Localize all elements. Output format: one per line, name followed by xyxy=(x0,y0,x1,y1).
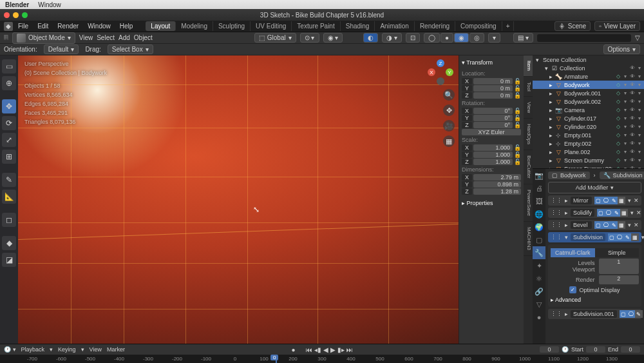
modifier-subdivision-001[interactable]: ⋮⋮▸ Subdivision.001 ▢🖵✎ ▾✕ xyxy=(548,309,641,319)
viewlayer-tab[interactable]: 🖼 xyxy=(533,195,545,208)
app-name[interactable]: Blender xyxy=(5,1,29,8)
modifier-subdivision[interactable]: ⋮⋮▾Subdivision▢🖵✎▦▾✕ xyxy=(548,232,641,242)
simple-button[interactable]: Simple xyxy=(595,248,639,257)
outliner-item[interactable]: ▸▽Plane.002◇▾👁▾ xyxy=(533,148,644,156)
marker-menu[interactable]: Marker xyxy=(107,346,125,353)
particles-tab[interactable]: ✦ xyxy=(533,259,545,272)
dim-y[interactable]: 0.898 m xyxy=(473,181,521,188)
keyframe-prev-icon[interactable]: ◂▮ xyxy=(314,346,321,353)
jump-end-icon[interactable]: ⏭ xyxy=(346,346,353,353)
add-cube-tool[interactable]: ◻ xyxy=(2,213,16,227)
render-levels[interactable]: 2 xyxy=(599,275,639,284)
npanel-tab-view[interactable]: View xyxy=(524,97,533,119)
rotate-tool[interactable]: ⟳ xyxy=(2,116,16,130)
object-menu[interactable]: Object xyxy=(134,34,153,41)
npanel-tab-hardops[interactable]: HardOps xyxy=(524,119,533,150)
outliner-item[interactable]: ▸⊹Empty.002◇▾👁▾ xyxy=(533,139,644,148)
loc-x[interactable]: 0 m xyxy=(473,78,513,84)
view-menu-tl[interactable]: View xyxy=(90,346,102,353)
file-menu[interactable]: File xyxy=(14,23,32,30)
viewlayer-selector[interactable]: ▫ View Layer xyxy=(594,21,640,31)
select-box-tool[interactable]: ▭ xyxy=(2,59,16,74)
outliner-item[interactable]: ▸▽Cylinder.020◇▾👁▾ xyxy=(533,123,644,131)
mac-window-menu[interactable]: Window xyxy=(38,1,61,8)
scale-y[interactable]: 1.000 xyxy=(473,152,513,158)
material-shading[interactable]: ◉ xyxy=(454,33,469,43)
outliner-item[interactable]: ▸▽Screen Dummy.001◇▾👁▾ xyxy=(533,164,644,169)
xray-toggle[interactable]: ⊡ xyxy=(406,33,420,43)
outliner-scene-collection[interactable]: ▾Scene Collection xyxy=(533,55,644,64)
rot-y[interactable]: 0° xyxy=(473,115,513,121)
window-menu[interactable]: Window xyxy=(84,23,115,30)
close-button[interactable] xyxy=(4,12,10,18)
timeline-ruler[interactable]: -700-600-500-400-300-200-100010020030040… xyxy=(0,355,644,363)
timeline-icon[interactable]: 🕐 ▾ xyxy=(4,346,16,353)
outliner-item[interactable]: ▸▽Cylinder.017◇▾👁▾ xyxy=(533,114,644,123)
rot-z[interactable]: 0° xyxy=(473,122,513,128)
outliner-item[interactable]: ▸▽Screen Dummy◇▾👁▾ xyxy=(533,156,644,164)
outliner-item[interactable]: ▸⊹Empty.001◇▾👁▾ xyxy=(533,131,644,139)
grip-icon[interactable]: ⋮⋮ xyxy=(551,222,562,228)
blender-logo-icon[interactable]: ◆ xyxy=(4,22,13,31)
dropdown-icon[interactable]: ▾ xyxy=(628,197,631,204)
scale-x[interactable]: 1.000 xyxy=(473,144,513,151)
crumb-object[interactable]: ▢ Bodywork xyxy=(548,172,590,179)
catmull-clark-button[interactable]: Catmull-Clark xyxy=(551,248,595,257)
gizmo-toggle[interactable]: ◐ xyxy=(363,33,378,43)
crumb-modifier[interactable]: 🔧 Subdivision xyxy=(600,172,644,179)
lock-icon[interactable]: 🔓 xyxy=(514,159,521,165)
modifier-mirror[interactable]: ⋮⋮▸Mirror▢🖵✎▦▾✕ xyxy=(548,195,641,206)
grip-icon[interactable]: ⋮⋮ xyxy=(551,210,562,216)
workspace-tab-shading[interactable]: Shading xyxy=(341,21,375,31)
overlays-toggle[interactable]: ◑ ▾ xyxy=(382,33,402,43)
mode-selector[interactable]: Object Mode ▾ xyxy=(12,32,75,44)
annotate-tool[interactable]: ✎ xyxy=(2,173,16,187)
cursor-tool[interactable]: ⊕ xyxy=(2,76,16,90)
optimal-display-check[interactable]: ✓Optimal Display xyxy=(551,286,639,293)
end-frame[interactable]: 0 xyxy=(621,346,640,353)
physics-tab[interactable]: ⚛ xyxy=(533,272,545,285)
add-modifier-button[interactable]: Add Modifier ▾ xyxy=(548,182,641,193)
material-tab[interactable]: ● xyxy=(533,311,545,324)
loc-z[interactable]: 0 m xyxy=(473,92,513,99)
pan-icon[interactable]: ✥ xyxy=(443,104,455,116)
advanced-header[interactable]: ▸ Advanced xyxy=(551,295,639,304)
dropdown-icon[interactable]: ▾ xyxy=(630,210,634,216)
dropdown-icon[interactable]: ▾ xyxy=(628,222,631,228)
lock-icon[interactable]: 🔓 xyxy=(514,78,521,84)
play-icon[interactable]: ▶ xyxy=(330,346,336,353)
add-workspace-button[interactable]: + xyxy=(502,21,515,31)
dim-x[interactable]: 2.79 m xyxy=(473,174,521,181)
options-dropdown[interactable]: Options ▾ xyxy=(603,44,640,54)
playhead[interactable] xyxy=(276,355,277,363)
gizmo-neg-z[interactable] xyxy=(437,77,444,85)
npanel-tab-item[interactable]: Item xyxy=(524,55,533,77)
outliner-search[interactable] xyxy=(537,34,631,42)
orientation-selector[interactable]: Default ▾ xyxy=(44,44,79,54)
npanel-tab-boxcutter[interactable]: BoxCutter xyxy=(524,150,533,184)
grip-icon[interactable]: ⋮⋮ xyxy=(551,311,562,317)
autokeying-icon[interactable]: ● xyxy=(291,346,295,353)
lock-icon[interactable]: 🔓 xyxy=(514,152,521,158)
drag-selector[interactable]: Select Box ▾ xyxy=(108,44,153,54)
add-menu[interactable]: Add xyxy=(118,34,130,41)
navigation-gizmo[interactable]: X Y Z xyxy=(428,59,453,85)
proportional-edit[interactable]: ◉ ▾ xyxy=(323,33,343,43)
workspace-tab-uv editing[interactable]: UV Editing xyxy=(251,21,292,31)
grip-icon[interactable]: ⋮⋮ xyxy=(551,197,562,204)
select-menu[interactable]: Select xyxy=(97,34,115,41)
mesh-tab[interactable]: ▽ xyxy=(533,298,545,311)
render-tab[interactable]: 📷 xyxy=(533,169,545,182)
rot-x[interactable]: 0° xyxy=(473,108,513,114)
modifier-bevel[interactable]: ⋮⋮▸Bevel▢🖵✎▦▾✕ xyxy=(548,220,641,230)
outliner-item[interactable]: ▸▽Bodywork.002◇▾👁▾ xyxy=(533,97,644,106)
lock-icon[interactable]: 🔓 xyxy=(514,122,521,128)
object-tab[interactable]: ▢ xyxy=(533,233,545,246)
scene-tab[interactable]: 🌐 xyxy=(533,208,545,221)
jump-start-icon[interactable]: ⏮ xyxy=(306,346,312,353)
workspace-tab-sculpting[interactable]: Sculpting xyxy=(213,21,251,31)
hardops-tool[interactable]: ◆ xyxy=(2,236,16,250)
persp-ortho-icon[interactable]: ▦ xyxy=(443,135,455,147)
workspace-tab-texture paint[interactable]: Texture Paint xyxy=(292,21,340,31)
camera-view-icon[interactable]: 🎥 xyxy=(443,120,455,132)
